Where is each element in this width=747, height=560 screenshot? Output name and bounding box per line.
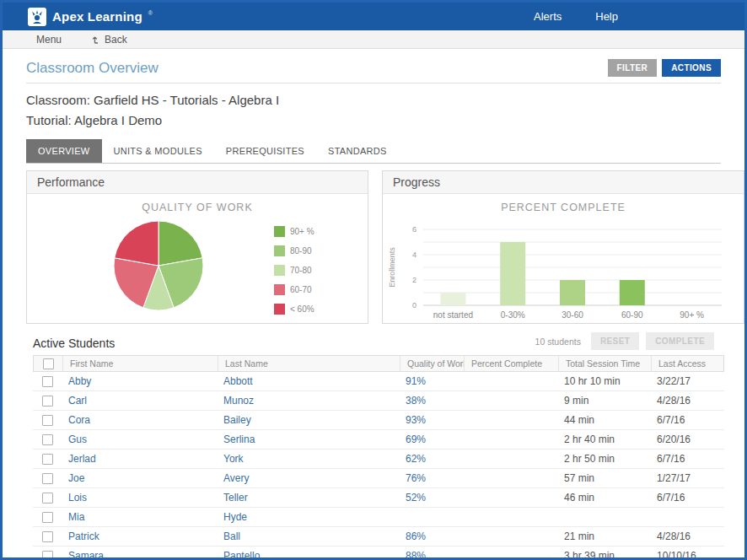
first-name-cell: Carl	[62, 395, 217, 407]
student-checkbox[interactable]	[42, 396, 53, 407]
quality-of-work-cell: 93%	[399, 414, 463, 426]
student-checkbox[interactable]	[42, 376, 53, 387]
last-name-link[interactable]: Avery	[223, 472, 249, 484]
quality-of-work-link[interactable]: 62%	[406, 453, 426, 465]
tab-overview[interactable]: OVERVIEW	[26, 139, 102, 163]
quality-of-work-link[interactable]: 93%	[406, 414, 426, 426]
row-checkbox-cell	[33, 434, 62, 445]
quality-of-work-link[interactable]: 88%	[406, 550, 426, 560]
top-nav-alerts[interactable]: Alerts	[534, 10, 562, 23]
top-nav-help[interactable]: Help	[595, 10, 618, 23]
row-checkbox-cell	[33, 531, 62, 542]
active-students-bar: Active Students 10 students RESET COMPLE…	[33, 332, 714, 350]
first-name-link[interactable]: Samara	[68, 550, 104, 560]
quality-of-work-cell: 91%	[399, 375, 463, 387]
tab-prerequisites[interactable]: PREREQUISITES	[214, 139, 316, 163]
first-name-cell: Gus	[62, 433, 217, 445]
last-name-cell: Abbott	[217, 375, 399, 387]
complete-button[interactable]: COMPLETE	[646, 332, 714, 350]
last-name-cell: Serlina	[217, 433, 399, 445]
student-checkbox[interactable]	[42, 415, 53, 426]
quality-of-work-link[interactable]: 38%	[406, 395, 426, 407]
student-checkbox[interactable]	[42, 512, 53, 523]
logo-text: Apex Learning	[52, 9, 142, 24]
table-row: MiaHyde	[33, 508, 724, 527]
student-checkbox[interactable]	[42, 531, 53, 542]
student-checkbox[interactable]	[42, 434, 53, 445]
column-header-access: Last Access	[651, 356, 725, 371]
first-name-link[interactable]: Jerlad	[68, 453, 96, 465]
page-content: Classroom Overview FILTER ACTIONS Classr…	[3, 59, 744, 560]
last-access-cell: 6/7/16	[650, 414, 724, 426]
apex-learning-logo[interactable]: Apex Learning ®	[28, 8, 153, 26]
table-row: CarlMunoz38%9 min4/28/16	[33, 391, 724, 411]
quality-of-work-link[interactable]: 76%	[406, 472, 426, 484]
table-row: JerladYork62%2 hr 50 min6/7/16	[33, 450, 724, 469]
x-category-label: 30-60	[562, 310, 583, 320]
session-time-cell: 2 hr 50 min	[557, 453, 650, 465]
menu-button[interactable]: Menu	[36, 34, 62, 46]
last-name-link[interactable]: Hyde	[223, 511, 247, 523]
last-access-cell: 4/28/16	[650, 395, 724, 407]
top-header-bar: Apex Learning ® AlertsHelp	[3, 3, 744, 30]
session-time-cell: 44 min	[557, 414, 650, 426]
first-name-link[interactable]: Patrick	[68, 530, 99, 542]
legend-item: 80-90	[274, 245, 314, 256]
reset-button[interactable]: RESET	[591, 332, 639, 350]
tab-standards[interactable]: STANDARDS	[316, 139, 399, 163]
session-time-cell: 9 min	[557, 395, 650, 407]
students-table: First NameLast NameQuality of WorkPercen…	[33, 355, 724, 560]
last-name-link[interactable]: Teller	[223, 492, 248, 503]
first-name-link[interactable]: Gus	[68, 433, 87, 445]
actions-button[interactable]: ACTIONS	[662, 59, 721, 77]
last-name-link[interactable]: Abbott	[223, 375, 253, 387]
last-name-link[interactable]: Serlina	[223, 433, 255, 445]
performance-panel-header: Performance	[27, 171, 368, 194]
legend-label: 60-70	[290, 285, 312, 294]
first-name-cell: Lois	[62, 492, 217, 503]
quality-of-work-link[interactable]: 91%	[406, 375, 426, 387]
legend-item: 60-70	[274, 284, 314, 295]
student-checkbox[interactable]	[42, 454, 53, 465]
last-name-link[interactable]: York	[223, 453, 244, 465]
bar-60-90	[620, 280, 645, 305]
progress-panel-header: Progress	[383, 171, 744, 194]
first-name-link[interactable]: Lois	[68, 492, 87, 503]
y-tick-label: 4	[412, 250, 416, 259]
first-name-link[interactable]: Carl	[68, 395, 87, 407]
menu-label: Menu	[36, 34, 62, 46]
last-name-link[interactable]: Munoz	[223, 395, 254, 407]
filter-button[interactable]: FILTER	[608, 59, 658, 77]
last-name-cell: Avery	[217, 472, 399, 484]
legend-label: 90+ %	[290, 227, 314, 236]
student-checkbox[interactable]	[42, 493, 53, 503]
table-row: GusSerlina69%2 hr 40 min6/20/16	[33, 430, 724, 450]
tab-units-modules[interactable]: UNITS & MODULES	[102, 139, 214, 163]
quality-of-work-link[interactable]: 86%	[406, 530, 426, 542]
quality-of-work-cell: 76%	[399, 472, 463, 484]
quality-of-work-link[interactable]: 69%	[406, 433, 426, 445]
quality-of-work-cell: 86%	[399, 530, 463, 542]
student-checkbox[interactable]	[42, 551, 53, 560]
x-category-label: 60-90	[621, 310, 643, 320]
last-name-link[interactable]: Bailey	[223, 414, 251, 426]
active-students-title: Active Students	[33, 337, 115, 350]
first-name-cell: Abby	[62, 375, 217, 387]
first-name-link[interactable]: Joe	[68, 472, 84, 484]
legend-item: < 60%	[274, 304, 314, 315]
first-name-link[interactable]: Abby	[68, 375, 91, 387]
first-name-link[interactable]: Mia	[68, 511, 84, 523]
legend-swatch-icon	[274, 226, 285, 237]
back-button[interactable]: Back	[90, 34, 127, 46]
last-name-link[interactable]: Ball	[223, 530, 240, 542]
back-label: Back	[105, 34, 127, 46]
student-checkbox[interactable]	[42, 473, 53, 484]
select-all-checkbox[interactable]	[43, 358, 54, 369]
table-row: CoraBailey93%44 min6/7/16	[33, 411, 724, 430]
last-name-link[interactable]: Pantello	[223, 550, 260, 560]
y-axis-label: Enrollments	[388, 247, 396, 288]
row-checkbox-cell	[33, 454, 62, 465]
quality-of-work-link[interactable]: 52%	[406, 492, 426, 503]
back-arrow-icon	[90, 35, 100, 45]
first-name-link[interactable]: Cora	[68, 414, 90, 426]
